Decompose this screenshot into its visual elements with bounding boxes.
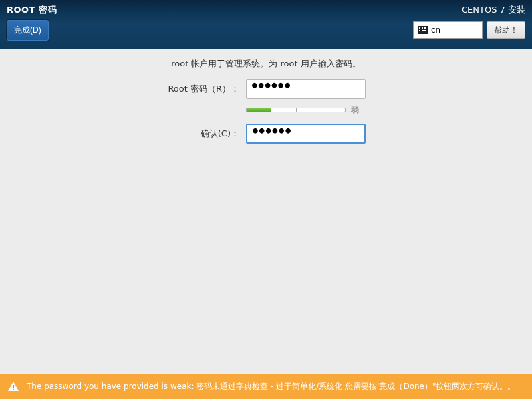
root-password-input[interactable]: ●●●●●● (246, 79, 366, 99)
strength-segment (247, 108, 271, 112)
password-row: Root 密码（R）： ●●●●●● (0, 79, 532, 99)
instruction-text: root 帐户用于管理系统。为 root 用户输入密码。 (0, 58, 532, 70)
strength-segment (321, 108, 345, 112)
warning-message: The password you have provided is weak: … (27, 380, 523, 392)
warning-bar: The password you have provided is weak: … (0, 374, 532, 399)
strength-segment (271, 108, 296, 112)
strength-label: 弱 (351, 104, 359, 116)
confirm-row: 确认(C)： ●●●●●● (0, 124, 532, 144)
warning-icon (8, 382, 19, 391)
confirm-password-input[interactable]: ●●●●●● (246, 124, 366, 144)
install-title: CENTOS 7 安装 (413, 4, 525, 16)
lang-code: cn (431, 25, 440, 35)
done-button[interactable]: 完成(D) (7, 20, 49, 41)
help-button[interactable]: 帮助！ (487, 21, 525, 39)
password-strength-row: 弱 (0, 104, 532, 116)
content-area: root 帐户用于管理系统。为 root 用户输入密码。 Root 密码（R）：… (0, 49, 532, 144)
password-label: Root 密码（R）： (166, 83, 239, 95)
keyboard-icon (418, 26, 428, 34)
header-right: CENTOS 7 安装 cn 帮助！ (413, 4, 525, 39)
confirm-label: 确认(C)： (166, 128, 239, 140)
keyboard-layout-selector[interactable]: cn (413, 21, 483, 39)
lang-help-row: cn 帮助！ (413, 21, 525, 39)
strength-segment (297, 108, 321, 112)
installer-header: ROOT 密码 完成(D) CENTOS 7 安装 cn 帮助！ (0, 0, 532, 49)
strength-meter (246, 108, 346, 112)
